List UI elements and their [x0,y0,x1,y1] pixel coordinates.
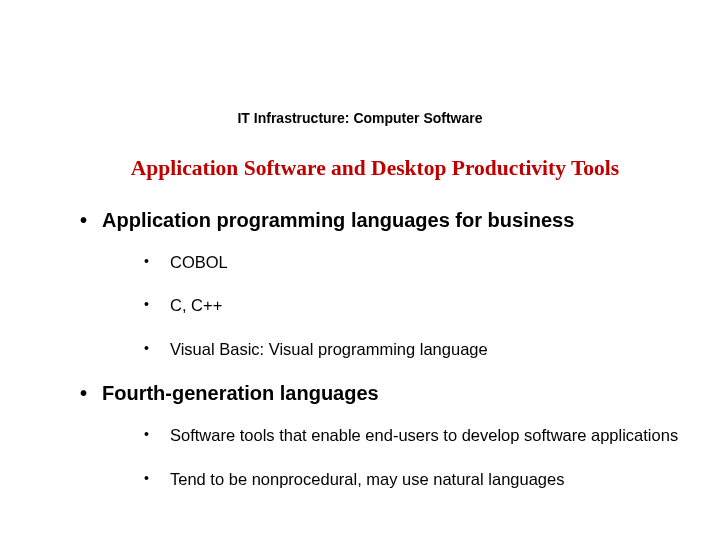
bullet-label: Application programming languages for bu… [102,209,574,231]
bullet-label: Fourth-generation languages [102,382,379,404]
slide-title: Application Software and Desktop Product… [40,156,680,181]
sub-bullet-item: C, C++ [144,295,680,316]
sub-bullet-item: Software tools that enable end-users to … [144,425,680,446]
slide-header: IT Infrastructure: Computer Software [40,110,680,126]
bullet-list: Application programming languages for bu… [40,209,680,490]
sub-bullet-list: Software tools that enable end-users to … [102,425,680,490]
sub-bullet-list: COBOL C, C++ Visual Basic: Visual progra… [102,252,680,360]
sub-bullet-item: Tend to be nonprocedural, may use natura… [144,469,680,490]
bullet-item-1: Application programming languages for bu… [80,209,680,360]
bullet-item-2: Fourth-generation languages Software too… [80,382,680,490]
sub-bullet-item: Visual Basic: Visual programming languag… [144,339,680,360]
sub-bullet-item: COBOL [144,252,680,273]
slide: IT Infrastructure: Computer Software App… [0,0,720,540]
